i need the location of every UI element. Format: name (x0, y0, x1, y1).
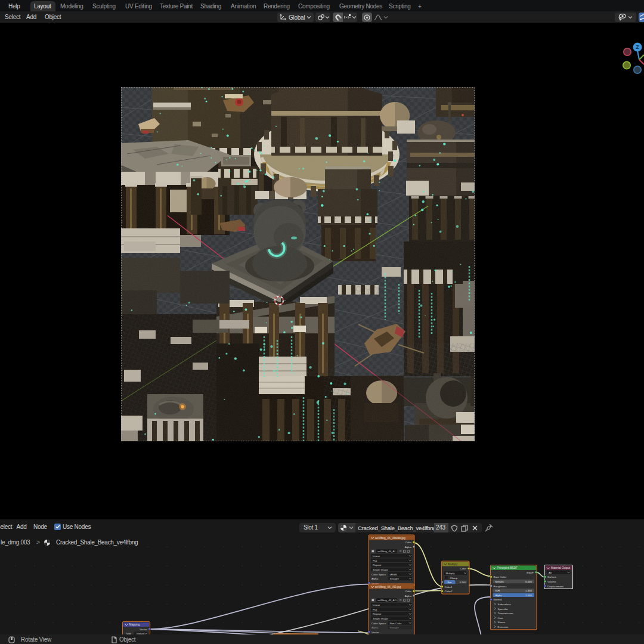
svg-text:Z: Z (636, 44, 639, 50)
svg-text:Normal: Normal (494, 598, 502, 601)
svg-text:se4lfbng_4K_AO.jpg: se4lfbng_4K_AO.jpg (375, 586, 401, 589)
svg-text:Color Space: Color Space (371, 573, 386, 576)
svg-text:Color: Color (405, 541, 412, 544)
svg-text:Vector: Vector (371, 582, 379, 585)
svg-text:All: All (549, 571, 552, 574)
svg-text:se4lfbng_4K_AO...: se4lfbng_4K_AO... (377, 599, 398, 602)
svg-text:Mapping: Mapping (129, 623, 140, 626)
svg-text:Alpha: Alpha (371, 577, 379, 580)
svg-text:IOR: IOR (496, 589, 500, 592)
svg-text:Transmission: Transmission (498, 612, 514, 615)
svg-text:Straight: Straight (390, 577, 400, 580)
svg-text:Clamp: Clamp (450, 577, 458, 580)
svg-text:Surface: Surface (547, 575, 557, 578)
svg-text:Alpha: Alpha (371, 626, 379, 629)
svg-text:Principled BSDF: Principled BSDF (497, 566, 518, 569)
svg-text:Emission: Emission (498, 626, 509, 628)
svg-text:Repeat: Repeat (373, 612, 382, 615)
svg-text:Color Space: Color Space (371, 622, 386, 625)
svg-text:0.000: 0.000 (525, 580, 532, 583)
svg-text:Color: Color (460, 567, 467, 570)
svg-text:Single Image: Single Image (373, 568, 388, 571)
svg-text:Alpha: Alpha (496, 594, 503, 597)
svg-text:Repeat: Repeat (373, 564, 382, 566)
svg-text:Displacement: Displacement (547, 585, 564, 588)
svg-text:se4lfbng_4K_Albedo.jpg: se4lfbng_4K_Albedo.jpg (375, 537, 405, 540)
svg-text:Metallic: Metallic (496, 580, 505, 583)
svg-text:Material Output: Material Output (551, 566, 571, 569)
svg-text:Non-Color: Non-Color (390, 622, 402, 625)
svg-text:Color2: Color2 (445, 590, 453, 593)
svg-text:Color: Color (405, 590, 412, 593)
svg-text:Vector: Vector (140, 628, 147, 631)
svg-text:Multiply: Multiply (446, 572, 456, 575)
svg-text:sRGB: sRGB (390, 573, 397, 576)
svg-text:1.450: 1.450 (525, 589, 532, 592)
svg-text:Volume: Volume (547, 580, 556, 583)
svg-text:1.000: 1.000 (525, 594, 532, 597)
svg-text:Flat: Flat (373, 608, 377, 611)
svg-text:Linear: Linear (373, 555, 380, 558)
svg-text:Multiply: Multiply (448, 563, 459, 566)
svg-text:Specular: Specular (498, 608, 509, 611)
svg-text:Vector: Vector (371, 631, 379, 634)
svg-text:Color1: Color1 (445, 586, 453, 589)
svg-text:Linear: Linear (373, 603, 380, 606)
svg-text:Coat: Coat (498, 617, 504, 620)
svg-text:Alpha: Alpha (405, 546, 412, 549)
svg-text:0.500: 0.500 (460, 581, 467, 584)
svg-text:se4lfbng_4K_Al...: se4lfbng_4K_Al... (377, 550, 397, 553)
svg-text:Alpha: Alpha (405, 595, 412, 597)
svg-text:Subsurface: Subsurface (498, 603, 512, 606)
svg-text:Base Color: Base Color (494, 575, 507, 578)
svg-text:Flat: Flat (373, 559, 377, 562)
svg-text:BSDF: BSDF (527, 571, 534, 574)
svg-text:Straight: Straight (390, 626, 400, 629)
svg-text:Single Image: Single Image (373, 617, 388, 620)
svg-text:Roughness: Roughness (494, 585, 507, 588)
svg-text:Sheen: Sheen (498, 621, 506, 624)
svg-text:Fac: Fac (448, 581, 453, 584)
